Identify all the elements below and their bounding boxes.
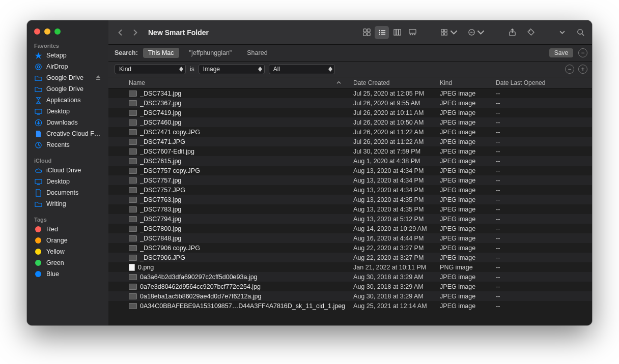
gallery-view-button[interactable]: [405, 26, 419, 39]
group-by-button[interactable]: [438, 26, 461, 39]
criteria-value-select[interactable]: Image: [199, 64, 265, 74]
file-kind: JPEG image: [436, 216, 492, 223]
window-controls: [27, 25, 108, 40]
cloud-icon: [34, 166, 42, 174]
file-thumbnail-icon: [129, 119, 137, 126]
icon-view-button[interactable]: [359, 26, 374, 39]
file-thumbnail-icon: [129, 177, 137, 184]
file-thumbnail-icon: [129, 206, 137, 213]
column-date-created[interactable]: Date Created: [349, 79, 436, 86]
search-button[interactable]: [573, 26, 587, 39]
scope-shared[interactable]: Shared: [242, 48, 272, 58]
file-row[interactable]: 0a3a64b2d3dfa690297c2cff5d00e93a.jpgAug …: [108, 272, 592, 282]
list-view-button[interactable]: [375, 26, 389, 39]
file-row[interactable]: _DSC7419.jpgJul 26, 2020 at 10:11 AMJPEG…: [108, 108, 592, 117]
setapp-icon: [34, 51, 42, 59]
sidebar-item-label: Desktop: [46, 108, 101, 115]
remove-criteria-button[interactable]: −: [565, 65, 574, 74]
scope-user[interactable]: "jeffphungglan": [184, 48, 237, 58]
sidebar-item[interactable]: Desktop: [27, 106, 108, 117]
sidebar-item[interactable]: Writing: [27, 198, 108, 209]
file-row[interactable]: _DSC7757.jpgAug 13, 2020 at 4:34 PMJPEG …: [108, 175, 592, 185]
file-row[interactable]: _DSC7906 copy.JPGAug 22, 2020 at 3:27 PM…: [108, 243, 592, 253]
column-date-opened[interactable]: Date Last Opened: [492, 79, 592, 86]
eject-icon[interactable]: [95, 74, 101, 82]
file-row[interactable]: _DSC7906.JPGAug 22, 2020 at 3:27 PMJPEG …: [108, 253, 592, 262]
back-button[interactable]: [115, 27, 126, 38]
sidebar-item[interactable]: AirDrop: [27, 61, 108, 72]
file-row[interactable]: _DSC7460.jpgJul 26, 2020 at 10:50 AMJPEG…: [108, 117, 592, 127]
add-criteria-button[interactable]: +: [578, 65, 587, 74]
file-row[interactable]: _DSC7794.jpgAug 13, 2020 at 5:12 PMJPEG …: [108, 214, 592, 224]
sidebar-item[interactable]: Downloads: [27, 117, 108, 128]
column-name[interactable]: Name: [108, 79, 349, 86]
file-kind: JPEG image: [436, 206, 492, 213]
sidebar-item[interactable]: Desktop: [27, 176, 108, 187]
svg-rect-25: [441, 29, 444, 32]
svg-rect-7: [37, 184, 40, 185]
sidebar-item-label: iCloud Drive: [46, 167, 101, 174]
sidebar-item-label: Yellow: [46, 248, 101, 255]
sidebar-item[interactable]: Recents: [27, 139, 108, 150]
tags-button[interactable]: [523, 26, 538, 39]
file-row[interactable]: 0a18eba1ac5b86029ae4d0d7e7f6212a.jpgAug …: [108, 291, 592, 301]
file-date-created: Aug 22, 2020 at 3:27 PM: [349, 245, 436, 252]
minimize-window-button[interactable]: [44, 28, 50, 35]
file-row[interactable]: _DSC7783.jpgAug 13, 2020 at 4:35 PMJPEG …: [108, 204, 592, 214]
file-row[interactable]: _DSC7757 copy.JPGAug 13, 2020 at 4:34 PM…: [108, 166, 592, 175]
file-row[interactable]: _DSC7471.JPGJul 26, 2020 at 11:22 AMJPEG…: [108, 137, 592, 146]
file-row[interactable]: _DSC7848.jpgAug 16, 2020 at 4:44 PMJPEG …: [108, 233, 592, 243]
file-row[interactable]: _DSC7367.jpgJul 26, 2020 at 9:55 AMJPEG …: [108, 98, 592, 108]
sidebar-item[interactable]: Blue: [27, 268, 108, 280]
file-row[interactable]: _DSC7341.jpgJul 25, 2020 at 12:05 PMJPEG…: [108, 88, 592, 98]
criteria-attribute-select[interactable]: Kind: [115, 64, 186, 74]
sidebar-item[interactable]: Green: [27, 257, 108, 268]
svg-rect-2: [35, 109, 41, 113]
file-row[interactable]: _DSC7607-Edit.jpgJul 30, 2020 at 7:59 PM…: [108, 146, 592, 156]
tag-icon: [34, 236, 42, 245]
sidebar: FavoritesSetappAirDropGoogle DriveGoogle…: [27, 20, 108, 325]
file-row[interactable]: _DSC7471 copy.JPGJul 26, 2020 at 11:22 A…: [108, 127, 592, 137]
sidebar-item[interactable]: Red: [27, 224, 108, 235]
file-row[interactable]: _DSC7615.jpgAug 1, 2020 at 4:38 PMJPEG i…: [108, 156, 592, 166]
downloads-icon: [34, 118, 42, 127]
file-date-created: Jul 30, 2020 at 7:59 PM: [349, 148, 436, 155]
svg-point-35: [577, 29, 582, 34]
file-row[interactable]: 0A34C0BBAFEBE9A153109857…D44A3FF4A7816D_…: [108, 301, 592, 311]
remove-search-button[interactable]: −: [578, 48, 587, 57]
sidebar-item[interactable]: Orange: [27, 235, 108, 246]
criteria-subvalue-select[interactable]: All: [269, 64, 335, 74]
file-row[interactable]: 0a7e3d80462d9564cc9207bcf772e254.jpgAug …: [108, 282, 592, 291]
action-menu-button[interactable]: [465, 26, 488, 39]
file-row[interactable]: _DSC7757.JPGAug 13, 2020 at 4:34 PMJPEG …: [108, 185, 592, 195]
file-kind: JPEG image: [436, 302, 492, 310]
sidebar-item[interactable]: Yellow: [27, 246, 108, 257]
sidebar-item[interactable]: Creative Cloud Files: [27, 128, 108, 139]
file-date-opened: --: [492, 254, 592, 261]
sidebar-item-label: Orange: [46, 237, 101, 244]
file-date-created: Aug 22, 2020 at 3:27 PM: [349, 254, 436, 261]
file-row[interactable]: 0.pngJan 21, 2022 at 10:11 PMPNG image--: [108, 262, 592, 272]
column-view-button[interactable]: [390, 26, 404, 39]
zoom-window-button[interactable]: [54, 28, 61, 35]
sidebar-item[interactable]: Documents: [27, 187, 108, 198]
file-name: _DSC7757.JPG: [140, 187, 185, 194]
save-search-button[interactable]: Save: [549, 48, 573, 57]
more-button[interactable]: [555, 26, 569, 39]
column-kind[interactable]: Kind: [436, 79, 492, 86]
close-window-button[interactable]: [34, 28, 40, 35]
sidebar-item[interactable]: iCloud Drive: [27, 165, 108, 176]
file-row[interactable]: _DSC7763.jpgAug 13, 2020 at 4:35 PMJPEG …: [108, 195, 592, 204]
scope-this-mac[interactable]: This Mac: [143, 48, 179, 58]
file-name: _DSC7906.JPG: [140, 254, 185, 261]
sidebar-item[interactable]: Google Drive: [27, 72, 108, 83]
sidebar-item[interactable]: Applications: [27, 95, 108, 106]
file-name: _DSC7471 copy.JPG: [140, 129, 200, 136]
sidebar-item[interactable]: Setapp: [27, 50, 108, 61]
share-button[interactable]: [505, 26, 519, 39]
file-date-created: Aug 13, 2020 at 4:34 PM: [349, 177, 436, 184]
file-row[interactable]: _DSC7800.jpgAug 14, 2020 at 10:29 AMJPEG…: [108, 224, 592, 233]
sidebar-item[interactable]: Google Drive: [27, 83, 108, 95]
file-date-created: Aug 13, 2020 at 4:34 PM: [349, 167, 436, 174]
forward-button[interactable]: [130, 27, 141, 38]
